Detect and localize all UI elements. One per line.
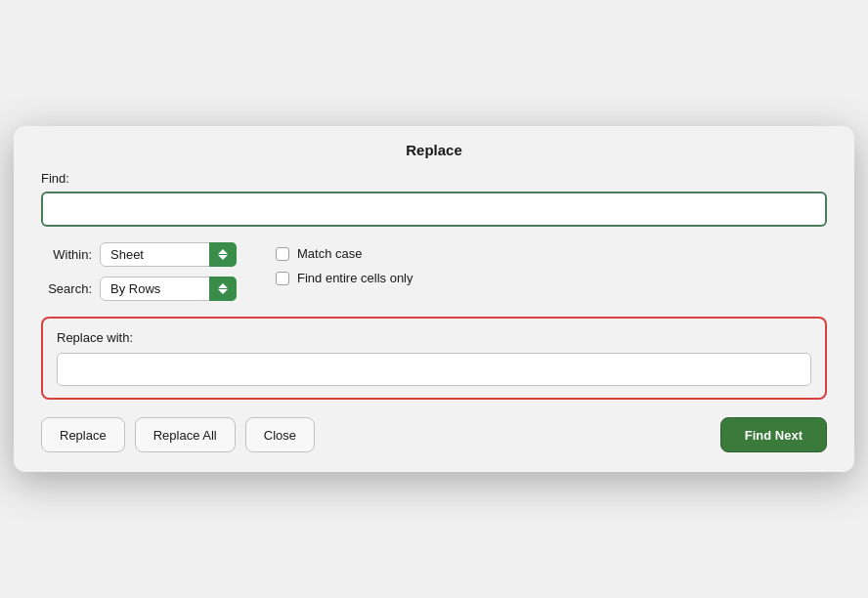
checkboxes-col: Match case Find entire cells only [276, 242, 413, 285]
replace-button[interactable]: Replace [41, 417, 125, 452]
entire-cells-checkbox[interactable] [276, 272, 289, 285]
options-row: Within: Sheet Workbook Search: [41, 242, 827, 301]
find-section: Find: [41, 171, 827, 227]
within-dropdown[interactable]: Sheet Workbook [100, 242, 237, 267]
title-bar: Replace [14, 126, 854, 171]
replace-section: Replace with: [41, 317, 827, 400]
find-input[interactable] [41, 192, 827, 227]
close-button[interactable]: Close [245, 417, 315, 452]
entire-cells-label: Find entire cells only [297, 271, 413, 285]
dialog-title: Replace [406, 142, 462, 158]
search-label: Search: [41, 281, 92, 296]
dropdowns-col: Within: Sheet Workbook Search: [41, 242, 237, 301]
find-label: Find: [41, 171, 827, 186]
find-next-button[interactable]: Find Next [720, 417, 827, 452]
match-case-label: Match case [297, 246, 362, 261]
replace-dialog: Replace Find: Within: Sheet Workbook [14, 126, 854, 472]
buttons-row: Replace Replace All Close Find Next [41, 417, 827, 452]
match-case-checkbox[interactable] [276, 247, 289, 261]
replace-all-button[interactable]: Replace All [135, 417, 236, 452]
replace-input[interactable] [57, 353, 811, 386]
entire-cells-row: Find entire cells only [276, 271, 413, 285]
match-case-row: Match case [276, 246, 413, 261]
replace-label: Replace with: [57, 330, 811, 345]
within-dropdown-wrapper: Sheet Workbook [100, 242, 237, 267]
dialog-body: Find: Within: Sheet Workbook [14, 171, 854, 472]
search-dropdown[interactable]: By Rows By Columns [100, 277, 237, 301]
within-row: Within: Sheet Workbook [41, 242, 237, 267]
search-row: Search: By Rows By Columns [41, 277, 237, 301]
within-label: Within: [41, 247, 92, 262]
search-dropdown-wrapper: By Rows By Columns [100, 277, 237, 301]
